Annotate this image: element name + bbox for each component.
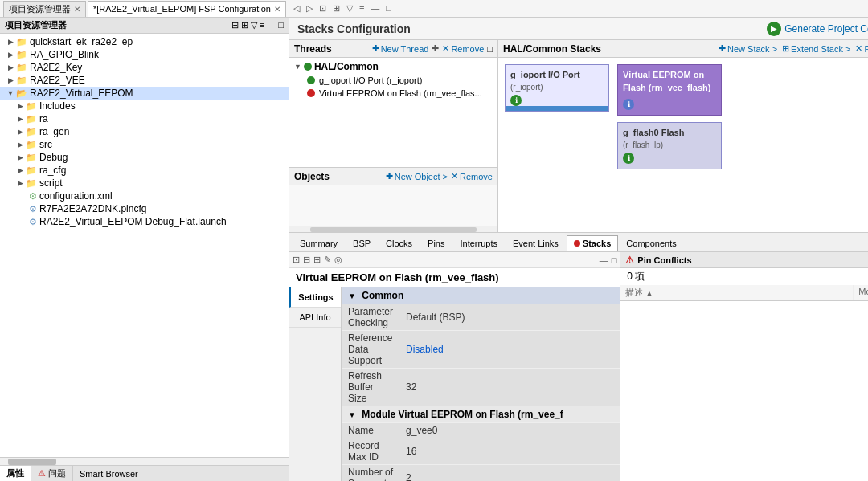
stacks-area: Threads ✚ New Thread ✚ ✕ Remove □ (289, 40, 868, 233)
prop-row-segments[interactable]: Number of Segments 2 (342, 465, 620, 482)
horizontal-scrollbar[interactable] (0, 457, 289, 465)
tree-item-ra-cfg[interactable]: ▶ 📁 ra_cfg (0, 164, 289, 177)
expand-chevron: ▶ (14, 102, 26, 110)
tree-item-vee[interactable]: ▶ 📁 RA2E2_VEE (0, 74, 289, 87)
collapse-icon[interactable]: ▼ (348, 291, 356, 300)
tree-item-launch[interactable]: ⚙ RA2E2_Virtual_EEPOM Debug_Flat.launch (0, 215, 289, 228)
props-toolbar: ⊡ ⊟ ⊞ ✎ ◎ — □ (289, 252, 620, 268)
nav-back[interactable]: ◁ (291, 2, 302, 14)
prop-row-record-max[interactable]: Record Max ID 16 (342, 438, 620, 465)
problems-label: 问题 (48, 467, 66, 479)
tab-clocks[interactable]: Clocks (379, 235, 420, 251)
remove-icon: ✕ (442, 43, 449, 54)
toolbar-icon-5[interactable]: ◎ (334, 255, 342, 265)
thread-group-hal[interactable]: ▼ HAL/Common (291, 59, 496, 74)
nav-filter[interactable]: ▽ (344, 2, 355, 14)
ioport-card[interactable]: g_ioport I/O Port (r_ioport) ℹ (505, 64, 609, 112)
tree-item-virtual-eepom[interactable]: ▼ 📂 RA2E2_Virtual_EEPOM (0, 87, 289, 100)
card-title2: Flash (rm_vee_flash) (623, 83, 716, 92)
tab-components[interactable]: Components (619, 235, 683, 251)
vee-card[interactable]: Virtual EEPROM on Flash (rm_vee_flash) ℹ (617, 64, 722, 116)
toolbar-icon-2[interactable]: ⊟ (303, 255, 310, 265)
tab-smart-browser[interactable]: Smart Browser (73, 467, 145, 480)
thread-label: g_ioport I/O Port (r_ioport) (319, 75, 422, 85)
thread-item-ioport[interactable]: g_ioport I/O Port (r_ioport) (291, 74, 496, 87)
tree-item-pincfg[interactable]: ⚙ R7FA2E2A72DNK.pincfg (0, 202, 289, 215)
minimize-btn[interactable]: — (600, 255, 608, 265)
restore-icon[interactable]: □ (278, 20, 284, 31)
tab-event-links[interactable]: Event Links (506, 235, 566, 251)
expand-icon[interactable]: ⊞ (241, 20, 248, 31)
objects-panel: Objects ✚ New Object > ✕ Remove (289, 167, 497, 226)
remove-object-btn[interactable]: ✕ Remove (451, 171, 493, 181)
nav-menu[interactable]: ≡ (357, 2, 366, 14)
fsp-tab-close-icon[interactable]: ✕ (274, 5, 280, 14)
prop-row-ref-data[interactable]: Reference Data Support Disabled (342, 331, 620, 369)
tree-item-debug[interactable]: ▶ 📁 Debug (0, 151, 289, 164)
tab-problems[interactable]: ⚠ 问题 (31, 466, 73, 481)
tab-close-icon[interactable]: ✕ (74, 5, 80, 14)
nav-forward[interactable]: ▷ (304, 2, 315, 14)
prop-value: Disabled (399, 331, 620, 369)
tab-project-explorer[interactable]: 项目资源管理器 ✕ (3, 1, 86, 17)
tree-item-quickstart[interactable]: ▶ 📁 quickstart_ek_ra2e2_ep (0, 35, 289, 48)
nav-grid[interactable]: ⊞ (330, 2, 342, 14)
toolbar-icon-4[interactable]: ✎ (324, 255, 331, 265)
maximize-btn[interactable]: □ (612, 255, 617, 265)
extend-stack-btn[interactable]: ⊞ Extend Stack > (782, 43, 850, 54)
filter-icon[interactable]: ▽ (251, 20, 257, 31)
tree-item-ra[interactable]: ▶ 📁 ra (0, 112, 289, 125)
threads-panel: Threads ✚ New Thread ✚ ✕ Remove □ (289, 40, 498, 232)
threads-scrollbar[interactable] (289, 226, 497, 232)
info-icon: ℹ (623, 153, 634, 164)
expand-chevron: ▶ (14, 153, 26, 161)
settings-tab-api[interactable]: API Info (289, 308, 341, 328)
tab-interrupts[interactable]: Interrupts (453, 235, 505, 251)
menu-icon[interactable]: ≡ (260, 20, 264, 31)
tree-item-src[interactable]: ▶ 📁 src (0, 138, 289, 151)
prop-value: 2 (399, 465, 620, 482)
prop-row-name[interactable]: Name g_vee0 (342, 423, 620, 438)
generate-btn[interactable]: ▶ Generate Project Content (767, 22, 868, 36)
new-thread-btn[interactable]: ✚ New Thread (372, 43, 429, 54)
thread-item-vee[interactable]: Virtual EEPROM on Flash (rm_vee_flas... (291, 87, 496, 100)
tree-item-ra-gen[interactable]: ▶ 📁 ra_gen (0, 125, 289, 138)
nav-minimize[interactable]: — (368, 2, 382, 14)
tree-item-script[interactable]: ▶ 📁 script (0, 177, 289, 190)
prop-name: Name (342, 423, 399, 438)
tab-summary[interactable]: Summary (293, 235, 345, 251)
remove-stack-btn[interactable]: ✕ Remove (855, 43, 868, 54)
main-layout: 项目资源管理器 ⊟ ⊞ ▽ ≡ — □ ▶ 📁 quickstart_ek_ra… (0, 18, 868, 481)
nav-maximize[interactable]: □ (383, 2, 394, 14)
tab-bsp[interactable]: BSP (346, 235, 378, 251)
minimize-icon[interactable]: — (267, 20, 276, 31)
collapse-icon[interactable]: ▼ (348, 410, 356, 419)
remove-thread-btn[interactable]: ✕ Remove (442, 43, 484, 54)
minimize-threads[interactable]: □ (487, 44, 493, 54)
new-stack-btn[interactable]: ✚ New Stack > (719, 43, 777, 54)
thread-status-dot (307, 76, 315, 84)
left-panel: 项目资源管理器 ⊟ ⊞ ▽ ≡ — □ ▶ 📁 quickstart_ek_ra… (0, 18, 289, 481)
new-object-btn[interactable]: ✚ New Object > (386, 171, 448, 181)
tab-fsp-config[interactable]: *[RA2E2_Virtual_EEPOM] FSP Configuration… (88, 1, 286, 17)
tab-label: Interrupts (461, 238, 497, 248)
tree-label: Includes (39, 100, 76, 112)
tree-label: R7FA2E2A72DNK.pincfg (39, 203, 146, 214)
tree-item-key[interactable]: ▶ 📁 RA2E2_Key (0, 61, 289, 74)
toolbar-icon-1[interactable]: ⊡ (293, 255, 300, 265)
tab-pins[interactable]: Pins (420, 235, 452, 251)
tab-stacks[interactable]: Stacks (567, 235, 618, 251)
tree-item-gpio[interactable]: ▶ 📁 RA_GPIO_Blink (0, 48, 289, 61)
tab-properties[interactable]: 属性 (0, 466, 31, 481)
tree-item-config-xml[interactable]: ⚙ configuration.xml (0, 190, 289, 202)
right-panel: Stacks Configuration ▶ Generate Project … (289, 18, 868, 481)
nav-stop[interactable]: ⊡ (317, 2, 329, 14)
prop-row-param-checking[interactable]: Parameter Checking Default (BSP) (342, 304, 620, 331)
toolbar-icon-3[interactable]: ⊞ (313, 255, 321, 265)
tree-label: RA2E2_Key (30, 62, 82, 73)
settings-tab-settings[interactable]: Settings (289, 287, 341, 308)
tree-item-includes[interactable]: ▶ 📁 Includes (0, 100, 289, 112)
flash-card[interactable]: g_flash0 Flash (r_flash_lp) ℹ (617, 122, 722, 169)
prop-row-refresh[interactable]: Refresh Buffer Size 32 (342, 369, 620, 406)
collapse-icon[interactable]: ⊟ (231, 20, 239, 31)
